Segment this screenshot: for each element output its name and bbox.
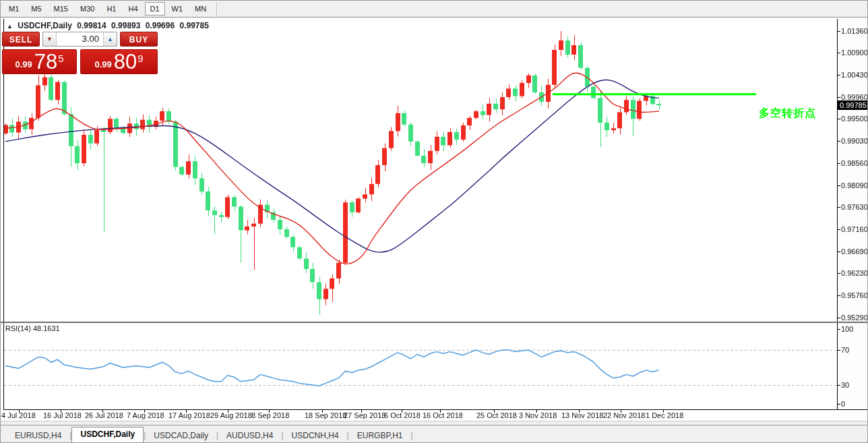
- price-axis-label: 0.97630: [841, 203, 868, 211]
- date-axis-label: 27 Sep 2018: [344, 411, 385, 419]
- timeframe-button-m1[interactable]: M1: [3, 2, 24, 16]
- ohlc-close: 0.99785: [180, 21, 209, 30]
- rsi-axis-label: 30: [841, 381, 849, 389]
- timeframe-toolbar: M1M5M15M30H1H4D1W1MN: [0, 0, 868, 18]
- timeframe-button-mn[interactable]: MN: [189, 2, 212, 16]
- mt4-window: { "toolbar": { "timeframes": [ {"label":…: [0, 0, 868, 443]
- price-axis-label: 1.00900: [841, 49, 868, 57]
- date-axis-label: 16 Jul 2018: [43, 411, 82, 419]
- rsi-axis-label: 70: [841, 346, 849, 354]
- date-axis-label: 26 Jul 2018: [85, 411, 123, 419]
- date-axis-label: 1 Dec 2018: [646, 411, 683, 419]
- date-axis-label: 7 Aug 2018: [127, 411, 164, 419]
- sell-price-big: 78: [34, 52, 57, 72]
- symbol-title: USDCHF,Daily: [18, 21, 72, 30]
- rsi-indicator-label: RSI(14) 48.1631: [5, 324, 60, 332]
- direction-up-icon: ▲: [7, 23, 13, 30]
- chart-tab-usdcad[interactable]: USDCAD,Daily: [146, 429, 216, 443]
- chart-tab-usdcnh[interactable]: USDCNH,H4: [284, 429, 347, 443]
- price-axis-label: 1.00430: [841, 71, 868, 79]
- price-axis-label: 0.98560: [841, 159, 868, 167]
- price-axis-label: 0.95290: [841, 314, 868, 322]
- volume-stepper: ▼ 3.00 ▲: [42, 32, 117, 47]
- timeframe-button-m15[interactable]: M15: [49, 2, 73, 16]
- buy-price-pip: 9: [137, 53, 143, 64]
- date-axis-label: 3 Nov 2018: [519, 411, 557, 419]
- date-axis-label: 22 Nov 2018: [603, 411, 645, 419]
- chart-symbol-header: ▲ USDCHF,Daily 0.99814 0.99893 0.99696 0…: [7, 21, 212, 30]
- date-axis-label: 29 Aug 2018: [210, 411, 252, 419]
- buy-price-prefix: 0.99: [94, 57, 111, 72]
- rsi-axis-label: 0: [841, 400, 845, 408]
- timeframe-button-w1[interactable]: W1: [166, 2, 189, 16]
- price-axis-label: 1.01360: [841, 27, 868, 35]
- date-axis-label: 13 Nov 2018: [561, 411, 603, 419]
- toolbar-separator: [216, 2, 218, 16]
- rsi-axis-label: 100: [841, 325, 853, 333]
- volume-decrease-icon[interactable]: ▼: [43, 32, 57, 46]
- ohlc-low: 0.99696: [146, 21, 175, 30]
- chart-tab-eurgbp[interactable]: EURGBP,H1: [349, 429, 411, 443]
- ohlc-high: 0.99893: [111, 21, 140, 30]
- date-axis-label: 6 Oct 2018: [384, 411, 421, 419]
- price-axis-label: 0.98090: [841, 181, 868, 189]
- chart-annotation-text: 多空转折点: [759, 107, 824, 121]
- price-axis-label: 0.99960: [841, 93, 868, 101]
- date-axis-label: 4 Jul 2018: [1, 411, 36, 419]
- timeframe-button-h4[interactable]: H4: [123, 2, 143, 16]
- buy-price-big: 80: [114, 52, 137, 72]
- date-axis-label: 16 Oct 2018: [423, 411, 463, 419]
- price-axis-label: 0.96230: [841, 269, 868, 277]
- volume-input[interactable]: 3.00: [57, 32, 103, 46]
- ohlc-open: 0.99814: [77, 21, 106, 30]
- price-axis-label: 0.99500: [841, 115, 868, 123]
- buy-price-button[interactable]: 0.99 80 9: [80, 49, 158, 74]
- current-price-badge: 0.99785: [838, 100, 868, 110]
- tab-separator: |: [411, 431, 413, 443]
- sell-price-button[interactable]: 0.99 78 5: [2, 49, 77, 74]
- volume-increase-icon[interactable]: ▲: [103, 32, 117, 46]
- price-axis-label: 0.95760: [841, 291, 868, 299]
- one-click-trading-panel: SELL ▼ 3.00 ▲ BUY 0.99 78 5 0.99 80 9: [2, 32, 158, 74]
- timeframe-button-d1[interactable]: D1: [145, 2, 165, 16]
- timeframe-button-m30[interactable]: M30: [75, 2, 100, 16]
- sell-price-prefix: 0.99: [15, 57, 32, 72]
- chart-tab-eurusd[interactable]: EURUSD,H4: [7, 429, 69, 443]
- price-axis-label: 0.99030: [841, 137, 868, 145]
- date-axis-label: 8 Sep 2018: [251, 411, 289, 419]
- date-axis-label: 18 Sep 2018: [305, 411, 346, 419]
- chart-tab-usdchf[interactable]: USDCHF,Daily: [71, 427, 144, 443]
- price-axis-label: 0.97160: [841, 225, 868, 233]
- price-axis-label: 0.96690: [841, 247, 868, 256]
- timeframe-button-m5[interactable]: M5: [26, 2, 46, 16]
- sell-button[interactable]: SELL: [2, 32, 40, 47]
- sell-price-pip: 5: [58, 53, 63, 64]
- chart-tab-audusd[interactable]: AUDUSD,H4: [218, 429, 281, 443]
- buy-button[interactable]: BUY: [120, 32, 158, 47]
- date-axis-label: 17 Aug 2018: [168, 411, 210, 419]
- date-axis-label: 25 Oct 2018: [476, 411, 517, 419]
- timeframe-button-h1[interactable]: H1: [101, 2, 121, 16]
- chart-tab-bar: EURUSD,H4|USDCHF,Daily|USDCAD,Daily|AUDU…: [0, 425, 868, 443]
